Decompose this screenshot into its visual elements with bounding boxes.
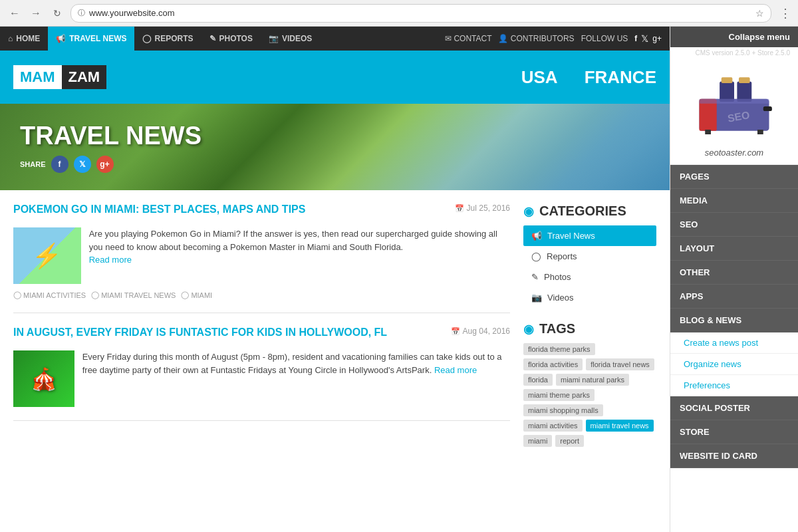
svg-rect-9 (722, 77, 733, 83)
article-tags: ◯ MIAMI ACTIVITIES ◯ MIAMI TRAVEL NEWS ◯… (13, 291, 510, 299)
share-googleplus-button[interactable]: g+ (96, 156, 114, 173)
logo-zam: ZAM (62, 65, 107, 89)
cms-menu-apps[interactable]: APPS (670, 285, 798, 309)
article-tag[interactable]: ◯ MIAMI ACTIVITIES (13, 291, 86, 299)
cms-logo-area: SEO seotoaster.com (670, 59, 798, 165)
article-text: Are you playing Pokemon Go in Miami? If … (89, 227, 510, 284)
url-input[interactable] (89, 8, 751, 18)
share-twitter-button[interactable]: 𝕏 (74, 156, 91, 173)
cms-menu-store[interactable]: STORE (670, 420, 798, 444)
cms-version: CMS version 2.5.0 + Store 2.5.0 (670, 47, 798, 59)
read-more-link[interactable]: Read more (89, 255, 132, 265)
category-item-reports[interactable]: ◯ Reports (523, 246, 656, 267)
article-text: Every Friday during this month of August… (82, 350, 510, 407)
calendar-icon: 📅 (451, 327, 460, 336)
tag-badge[interactable]: miami shopping malls (523, 404, 603, 416)
hero-share: SHARE f 𝕏 g+ (20, 156, 650, 173)
category-item-photos[interactable]: ✎ Photos (523, 267, 656, 287)
article-title[interactable]: POKEMON GO IN MIAMI: BEST PLACES, MAPS A… (13, 203, 510, 215)
cms-menu-social-poster[interactable]: SOCIAL POSTER (670, 396, 798, 420)
content-area: 📅 Jul 25, 2016 POKEMON GO IN MIAMI: BEST… (0, 190, 670, 473)
nav-item-videos[interactable]: 📷 VIDEOS (261, 27, 320, 51)
hero-title: TRAVEL NEWS (20, 122, 650, 150)
tag-badge[interactable]: report (555, 435, 584, 447)
nav-contributors[interactable]: 👤 CONTRIBUTORS (498, 34, 574, 43)
svg-rect-7 (757, 130, 763, 134)
article-item: 📅 Jul 25, 2016 POKEMON GO IN MIAMI: BEST… (13, 203, 510, 313)
share-label: SHARE (20, 160, 46, 168)
svg-rect-10 (739, 77, 750, 83)
tag-badge-highlight[interactable]: miami travel news (586, 420, 654, 432)
cms-panel: Collapse menu CMS version 2.5.0 + Store … (670, 27, 798, 532)
reports-icon: ◯ (142, 34, 151, 43)
site-header: MAM ZAM USA FRANCE (0, 51, 670, 104)
tag-badge[interactable]: florida travel news (586, 358, 654, 370)
videos-cat-icon: 📷 (531, 293, 542, 303)
nav-item-reports[interactable]: ◯ REPORTS (134, 27, 201, 51)
article-header: 📅 Aug 04, 2016 IN AUGUST, EVERY FRIDAY I… (13, 327, 510, 345)
share-facebook-button[interactable]: f (51, 156, 68, 173)
svg-rect-4 (700, 99, 769, 104)
tag-badge[interactable]: miami natural parks (556, 374, 629, 386)
nav-item-travel-news[interactable]: 📢 TRAVEL NEWS (48, 27, 134, 51)
country-usa[interactable]: USA (521, 67, 558, 88)
refresh-button[interactable]: ↻ (49, 5, 65, 21)
categories-icon: ◉ (523, 204, 534, 219)
cms-website-url[interactable]: seotoaster.com (677, 148, 791, 158)
cms-menu-other[interactable]: OTHER (670, 261, 798, 285)
cms-collapse-button[interactable]: Collapse menu (670, 27, 798, 47)
tag-badge[interactable]: florida activities (523, 358, 583, 370)
back-button[interactable]: ← (7, 5, 23, 21)
tag-badge[interactable]: florida theme parks (523, 343, 595, 355)
tag-badge[interactable]: miami theme parks (523, 389, 595, 401)
cms-menu-seo[interactable]: SEO (670, 213, 798, 237)
cms-sub-create-news[interactable]: Create a news post (670, 332, 798, 354)
svg-rect-6 (705, 130, 711, 134)
page-wrapper: ⌂ HOME 📢 TRAVEL NEWS ◯ REPORTS ✎ PHOTOS … (0, 27, 798, 532)
nav-contact[interactable]: ✉ CONTACT (445, 34, 491, 43)
articles-column: 📅 Jul 25, 2016 POKEMON GO IN MIAMI: BEST… (13, 203, 510, 460)
article-tag[interactable]: ◯ MIAMI TRAVEL NEWS (91, 291, 176, 299)
cms-sub-preferences[interactable]: Preferences (670, 375, 798, 396)
tag-badge[interactable]: miami (523, 435, 552, 447)
browser-menu-icon[interactable]: ⋮ (779, 6, 791, 21)
tag-badge[interactable]: miami activities (523, 420, 583, 432)
facebook-nav-icon[interactable]: f (634, 34, 637, 43)
category-item-travel-news[interactable]: 📢 Travel News (523, 225, 656, 246)
svg-rect-2 (720, 81, 734, 102)
sidebar-column: ◉ CATEGORIES 📢 Travel News ◯ Reports ✎ P… (523, 203, 656, 460)
cms-menu-pages[interactable]: PAGES (670, 165, 798, 189)
forward-button[interactable]: → (28, 5, 44, 21)
reports-cat-icon: ◯ (531, 251, 541, 261)
toaster-svg: SEO (688, 65, 781, 138)
videos-icon: 📷 (269, 34, 279, 43)
tags-title: ◉ TAGS (523, 321, 656, 336)
tag-badge[interactable]: florida (523, 374, 553, 386)
cms-toaster-image: SEO (681, 65, 787, 145)
cms-menu-website-id-card[interactable]: WEBSITE ID CARD (670, 444, 798, 468)
twitter-nav-icon[interactable]: 𝕏 (641, 33, 648, 44)
country-france[interactable]: FRANCE (585, 67, 656, 88)
article-tag[interactable]: ◯ MIAMI (181, 291, 212, 299)
article-title[interactable]: IN AUGUST, EVERY FRIDAY IS FUNTASTIC FOR… (13, 327, 510, 338)
bookmark-icon[interactable]: ☆ (755, 8, 764, 19)
category-item-videos[interactable]: 📷 Videos (523, 287, 656, 308)
categories-section: ◉ CATEGORIES 📢 Travel News ◯ Reports ✎ P… (523, 203, 656, 308)
read-more-link[interactable]: Read more (434, 365, 477, 375)
categories-title: ◉ CATEGORIES (523, 203, 656, 219)
cms-menu-media[interactable]: MEDIA (670, 189, 798, 213)
top-navigation: ⌂ HOME 📢 TRAVEL NEWS ◯ REPORTS ✎ PHOTOS … (0, 27, 670, 51)
calendar-icon: 📅 (455, 204, 464, 213)
svg-rect-1 (700, 99, 717, 131)
nav-item-home[interactable]: ⌂ HOME (0, 27, 48, 51)
cms-menu-layout[interactable]: LAYOUT (670, 237, 798, 261)
photos-cat-icon: ✎ (531, 272, 539, 282)
security-icon: ⓘ (78, 8, 85, 18)
cms-menu-blog-news[interactable]: BLOG & NEWS (670, 309, 798, 332)
logo-mam: MAM (13, 65, 62, 89)
cms-sub-organize-news[interactable]: Organize news (670, 354, 798, 375)
article-date: 📅 Aug 04, 2016 (451, 327, 510, 336)
nav-item-photos[interactable]: ✎ PHOTOS (201, 27, 261, 51)
googleplus-nav-icon[interactable]: g+ (652, 34, 662, 43)
article-body: 🎪 Every Friday during this month of Augu… (13, 350, 510, 407)
